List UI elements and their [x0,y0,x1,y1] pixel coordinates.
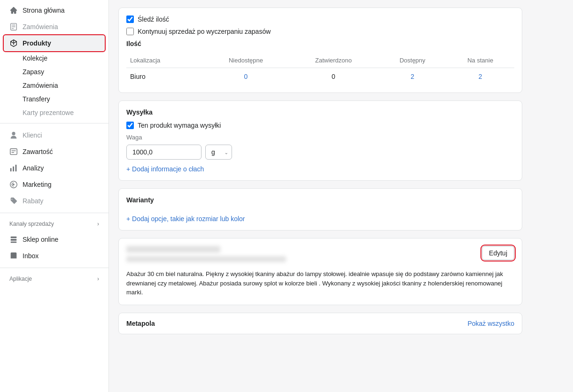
sidebar-item-sklep-label: Sklep online [23,236,58,243]
shop-icon [9,235,18,244]
shipping-card: Wysyłka Ten produkt wymaga wysyłki Waga … [118,100,522,181]
sidebar-item-home[interactable]: Strona główna [4,2,105,18]
col-in-stock: Na stanie [446,53,514,68]
cell-unavailable[interactable]: 0 [203,68,288,85]
metafields-title: Metapola [126,320,155,327]
edit-button[interactable]: Edytuj [482,246,514,260]
weight-label: Waga [126,134,514,141]
add-customs-link[interactable]: + Dodaj informacje o cłach [126,165,204,173]
table-row: Biuro 0 0 2 2 [126,68,514,85]
sidebar-item-transfery[interactable]: Transfery [4,92,105,106]
sidebar-item-inbox-label: Inbox [23,252,39,260]
continue-sale-label[interactable]: Kontynuuj sprzedaż po wyczerpaniu zapasó… [138,28,271,35]
sidebar-item-transfery-label: Transfery [23,95,50,103]
main-content: Śledź ilość Kontynuuj sprzedaż po wyczer… [109,0,573,392]
orders-icon [9,23,18,31]
requires-shipping-label[interactable]: Ten produkt wymaga wysyłki [138,122,221,129]
qty-table: Lokalizacja Niedostępne Zatwierdzono Dos… [126,53,514,85]
sidebar-item-karty: Karty prezentowe [4,106,105,119]
cell-available[interactable]: 2 [379,68,447,85]
discount-icon [9,197,18,205]
sidebar-item-products-label: Produkty [23,39,51,47]
sidebar-item-sklep-online[interactable]: Sklep online [4,231,105,247]
sidebar-item-kolekcje[interactable]: Kolekcje [4,52,105,65]
variants-card: Warianty + Dodaj opcje, takie jak rozmia… [118,188,522,231]
col-approved: Zatwierdzono [288,53,379,68]
track-qty-row: Śledź ilość [126,15,514,23]
cell-approved: 0 [288,68,379,85]
inbox-icon [9,252,18,260]
sidebar-item-zapasy-label: Zapasy [23,68,44,76]
sidebar-group-kanaly[interactable]: Kanały sprzedaży › [4,217,105,231]
content-icon [9,147,18,156]
cell-location: Biuro [126,68,203,85]
weight-input[interactable] [126,145,201,160]
variants-title: Warianty [126,196,514,204]
continue-sale-checkbox[interactable] [126,28,134,35]
metafields-card: Metapola Pokaż wszystko [118,313,522,334]
home-icon [9,6,18,15]
chevron-right-icon: › [97,221,99,227]
clients-icon [9,131,18,139]
analytics-icon [9,164,18,172]
sidebar-item-zamowienia-sub-label: Zamówienia [23,82,58,89]
col-unavailable: Niedostępne [203,53,288,68]
sidebar-item-orders[interactable]: Zamówienia [4,19,105,35]
marketing-icon [9,180,18,189]
blurred-title [126,246,220,253]
sidebar-item-zawartosc[interactable]: Zawartość [4,144,105,160]
sidebar-item-rabaty-label: Rabaty [23,197,43,205]
add-options-link[interactable]: + Dodaj opcje, takie jak rozmiar lub kol… [126,215,245,223]
qty-section-title: Ilość [126,40,514,47]
product-description: Abażur 30 cm biel naturalna. Piękny z wy… [126,269,514,297]
sidebar-item-zapasy[interactable]: Zapasy [4,65,105,78]
sidebar-item-analizy-label: Analizy [23,164,44,172]
sidebar-item-karty-label: Karty prezentowe [23,109,74,116]
products-icon [9,39,18,47]
blurred-subtitle [126,256,286,262]
sidebar-item-orders-label: Zamówienia [23,23,58,31]
blurred-content [126,246,286,266]
sidebar-item-zawartosc-label: Zawartość [23,148,53,155]
sidebar-item-analizy[interactable]: Analizy [4,160,105,176]
continue-sale-row: Kontynuuj sprzedaż po wyczerpaniu zapasó… [126,28,514,35]
sidebar-item-home-label: Strona główna [23,7,65,14]
chevron-right-icon-apps: › [97,276,99,282]
inventory-card: Śledź ilość Kontynuuj sprzedaż po wyczer… [118,8,522,93]
sidebar-group-aplikacje[interactable]: Aplikacje › [4,272,105,286]
show-all-link[interactable]: Pokaż wszystko [467,320,514,327]
sidebar-item-rabaty[interactable]: Rabaty [4,193,105,209]
sidebar-item-zamowienia-sub[interactable]: Zamówienia [4,79,105,92]
sidebar-item-klienci[interactable]: Klienci [4,127,105,143]
svg-rect-7 [10,168,12,171]
svg-rect-8 [13,166,14,171]
sidebar-item-kolekcje-label: Kolekcje [23,54,47,62]
weight-row: g kg lb oz [126,145,514,160]
unit-select-wrap: g kg lb oz [205,145,232,160]
product-info-card: Edytuj Abażur 30 cm biel naturalna. Pięk… [118,238,522,305]
svg-rect-4 [10,149,17,155]
svg-point-11 [13,184,15,185]
track-qty-label[interactable]: Śledź ilość [138,15,169,23]
shipping-title: Wysyłka [126,108,514,116]
product-card-header: Edytuj [126,246,514,266]
col-location: Lokalizacja [126,53,203,68]
track-qty-checkbox[interactable] [126,15,134,23]
sidebar-item-products[interactable]: Produkty [4,35,105,51]
sidebar-group-aplikacje-label: Aplikacje [9,276,32,282]
sidebar-item-marketing-label: Marketing [23,181,51,188]
col-available: Dostępny [379,53,447,68]
sidebar: Strona główna Zamówienia Produkty Kolekc… [0,0,109,392]
cell-in-stock[interactable]: 2 [446,68,514,85]
sidebar-item-marketing[interactable]: Marketing [4,177,105,192]
unit-select[interactable]: g kg lb oz [205,145,232,160]
sidebar-item-klienci-label: Klienci [23,131,42,139]
requires-shipping-row: Ten produkt wymaga wysyłki [126,122,514,129]
sidebar-item-inbox[interactable]: Inbox [4,248,105,264]
svg-rect-9 [15,165,17,171]
sidebar-group-kanaly-label: Kanały sprzedaży [9,221,54,227]
requires-shipping-checkbox[interactable] [126,122,134,129]
